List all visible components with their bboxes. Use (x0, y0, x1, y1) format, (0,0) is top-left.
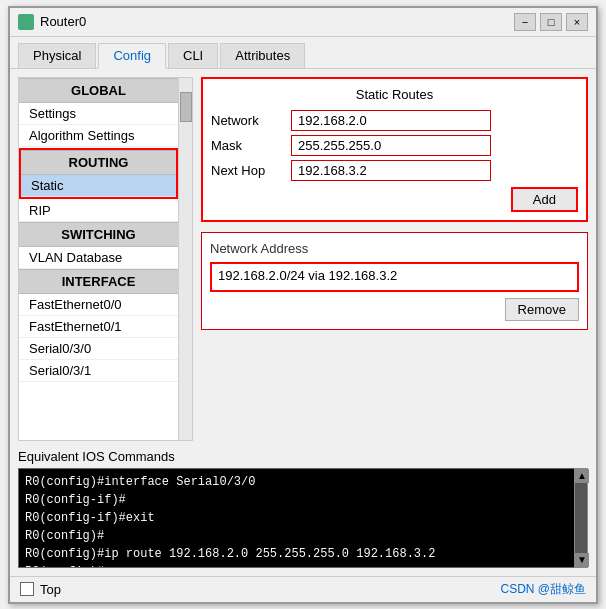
nexthop-label: Next Hop (211, 163, 291, 178)
ios-console-wrapper: R0(config)#interface Serial0/3/0 R0(conf… (18, 468, 588, 568)
sidebar-header-switching: SWITCHING (19, 222, 178, 247)
nexthop-row: Next Hop (211, 160, 578, 181)
ios-scroll-track (575, 483, 587, 553)
add-button[interactable]: Add (511, 187, 578, 212)
tab-physical[interactable]: Physical (18, 43, 96, 68)
main-window: Router0 − □ × Physical Config CLI Attrib… (8, 6, 598, 604)
sidebar-item-serial030[interactable]: Serial0/3/0 (19, 338, 178, 360)
ios-line-3: R0(config-if)#exit (25, 509, 581, 527)
network-input[interactable] (291, 110, 491, 131)
add-btn-row: Add (211, 187, 578, 212)
tabs-bar: Physical Config CLI Attributes (10, 37, 596, 69)
sidebar-item-static[interactable]: Static (21, 175, 176, 197)
remove-button[interactable]: Remove (505, 298, 579, 321)
ios-scroll-up[interactable]: ▲ (575, 469, 589, 483)
window-controls: − □ × (514, 13, 588, 31)
network-address-title: Network Address (210, 241, 579, 256)
top-checkbox[interactable] (20, 582, 34, 596)
close-button[interactable]: × (566, 13, 588, 31)
network-address-list[interactable]: 192.168.2.0/24 via 192.168.3.2 (210, 262, 579, 292)
main-panel: Static Routes Network Mask Next Hop Add (201, 77, 588, 441)
network-address-section: Network Address 192.168.2.0/24 via 192.1… (201, 232, 588, 330)
ios-scroll-down[interactable]: ▼ (575, 553, 589, 567)
sidebar-list: GLOBAL Settings Algorithm Settings ROUTI… (19, 78, 178, 382)
ios-console[interactable]: R0(config)#interface Serial0/3/0 R0(conf… (18, 468, 588, 568)
ios-section: Equivalent IOS Commands R0(config)#inter… (18, 449, 588, 568)
mask-label: Mask (211, 138, 291, 153)
sidebar-scrollbar[interactable] (178, 78, 192, 440)
router-icon (18, 14, 34, 30)
mask-row: Mask (211, 135, 578, 156)
sidebar-item-fastethernet00[interactable]: FastEthernet0/0 (19, 294, 178, 316)
ios-line-2: R0(config-if)# (25, 491, 581, 509)
bottom-bar: Top CSDN @甜鲸鱼 (10, 576, 596, 602)
window-title: Router0 (40, 14, 508, 29)
network-label: Network (211, 113, 291, 128)
static-routes-section: Static Routes Network Mask Next Hop Add (201, 77, 588, 222)
tab-cli[interactable]: CLI (168, 43, 218, 68)
ios-line-1: R0(config)#interface Serial0/3/0 (25, 473, 581, 491)
title-bar: Router0 − □ × (10, 8, 596, 37)
watermark: CSDN @甜鲸鱼 (500, 581, 586, 598)
remove-btn-row: Remove (210, 298, 579, 321)
ios-title: Equivalent IOS Commands (18, 449, 588, 464)
sidebar-item-algorithm-settings[interactable]: Algorithm Settings (19, 125, 178, 147)
minimize-button[interactable]: − (514, 13, 536, 31)
static-routes-title: Static Routes (211, 87, 578, 102)
ios-line-5: R0(config)#ip route 192.168.2.0 255.255.… (25, 545, 581, 563)
mask-input[interactable] (291, 135, 491, 156)
sidebar: GLOBAL Settings Algorithm Settings ROUTI… (18, 77, 193, 441)
maximize-button[interactable]: □ (540, 13, 562, 31)
sidebar-item-settings[interactable]: Settings (19, 103, 178, 125)
ios-line-6: R0(config)# (25, 563, 581, 568)
top-label: Top (40, 582, 61, 597)
sidebar-header-routing: ROUTING (21, 150, 176, 175)
sidebar-item-serial031[interactable]: Serial0/3/1 (19, 360, 178, 382)
tab-config[interactable]: Config (98, 43, 166, 69)
sidebar-item-rip[interactable]: RIP (19, 200, 178, 222)
sidebar-header-interface: INTERFACE (19, 269, 178, 294)
sidebar-header-global: GLOBAL (19, 78, 178, 103)
sidebar-item-vlan[interactable]: VLAN Database (19, 247, 178, 269)
content-area: GLOBAL Settings Algorithm Settings ROUTI… (10, 69, 596, 449)
nexthop-input[interactable] (291, 160, 491, 181)
ios-line-4: R0(config)# (25, 527, 581, 545)
sidebar-item-fastethernet01[interactable]: FastEthernet0/1 (19, 316, 178, 338)
sidebar-scroll-thumb[interactable] (180, 92, 192, 122)
tab-attributes[interactable]: Attributes (220, 43, 305, 68)
ios-scrollbar[interactable]: ▲ ▼ (574, 468, 588, 568)
network-row: Network (211, 110, 578, 131)
bottom-left: Top (20, 582, 61, 597)
